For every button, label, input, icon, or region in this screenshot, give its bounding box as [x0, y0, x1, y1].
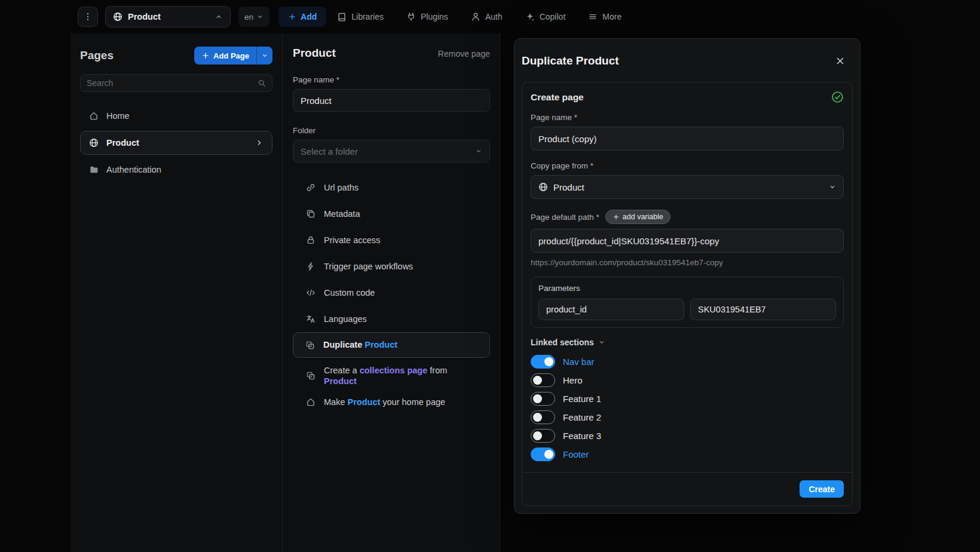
page-item-label: Home	[106, 111, 130, 121]
close-button[interactable]	[831, 52, 849, 70]
page-settings-panel: Product Remove page Page name * Folder S…	[283, 33, 500, 552]
footer-toggle[interactable]	[531, 447, 555, 461]
page-switcher[interactable]: Product	[105, 6, 231, 27]
menu-item-label: Url paths	[324, 182, 359, 193]
menu-item-url-paths[interactable]: Url paths	[293, 174, 490, 201]
menu-item-label: Trigger page workflows	[324, 261, 413, 272]
plus-icon	[288, 13, 296, 21]
home-icon	[89, 111, 99, 121]
nav-bar-toggle[interactable]	[531, 355, 555, 369]
hero-toggle[interactable]	[531, 373, 555, 387]
add-variable-label: add variable	[623, 213, 663, 221]
home-icon	[306, 397, 316, 407]
nav-label: Plugins	[421, 12, 448, 22]
person-icon	[471, 12, 480, 22]
default-path-input[interactable]	[531, 229, 844, 253]
add-page-button[interactable]: Add Page	[194, 47, 256, 65]
menu-item-label: Metadata	[324, 208, 360, 219]
add-variable-button[interactable]: add variable	[605, 210, 670, 224]
globe-icon	[538, 182, 548, 192]
add-button[interactable]: Add	[278, 7, 326, 27]
copy-page-from-label: Copy page from *	[531, 161, 844, 170]
translate-icon	[306, 314, 316, 324]
menu-item-metadata[interactable]: Metadata	[293, 201, 490, 227]
modal-page-name-input[interactable]	[531, 127, 844, 151]
page-item-product[interactable]: Product	[80, 131, 272, 155]
section-row-feature-3: Feature 3	[531, 427, 844, 445]
menu-item-create-collections-page[interactable]: Create a collections page from Product	[293, 363, 490, 389]
duplicate-product-modal: Duplicate Product Create page Page name …	[514, 38, 860, 514]
page-title: Product	[293, 47, 336, 60]
create-button[interactable]: Create	[800, 480, 844, 498]
globe-icon	[89, 138, 99, 148]
sparkle-icon	[525, 12, 535, 22]
linked-sections-label: Linked sections	[531, 338, 594, 347]
nav-item-plugins[interactable]: Plugins	[406, 12, 448, 22]
linked-sections-toggle[interactable]: Linked sections	[531, 338, 605, 347]
page-options-menu: Url paths Metadata Private access Trigge…	[293, 174, 490, 332]
nav-item-libraries[interactable]: Libraries	[337, 12, 384, 22]
menu-item-languages[interactable]: Languages	[293, 306, 490, 332]
menu-icon	[588, 12, 598, 22]
parameter-name-input[interactable]	[538, 299, 684, 320]
nav-item-more[interactable]: More	[588, 12, 621, 22]
page-name-input[interactable]	[293, 89, 490, 112]
main-menu-button[interactable]	[78, 7, 98, 27]
linked-sections-list: Nav bar Hero Feature 1 Feature 2 Feature…	[531, 352, 844, 464]
topbar-nav: Libraries Plugins Auth Copilot More	[337, 12, 621, 22]
menu-item-duplicate-product[interactable]: Duplicate Product	[293, 332, 490, 358]
menu-item-trigger-workflows[interactable]: Trigger page workflows	[293, 253, 490, 280]
chevron-right-icon	[255, 139, 264, 147]
menu-item-custom-code[interactable]: Custom code	[293, 280, 490, 306]
kebab-menu-icon	[83, 12, 93, 22]
menu-item-label: Custom code	[324, 287, 375, 298]
feature-3-toggle[interactable]	[531, 429, 555, 443]
copy-page-from-value: Product	[553, 182, 584, 192]
menu-item-private-access[interactable]: Private access	[293, 227, 490, 253]
topbar: Product en Add Libraries Plugins Auth Co…	[0, 0, 980, 33]
add-page-dropdown-button[interactable]	[256, 47, 272, 65]
section-row-nav-bar: Nav bar	[531, 352, 844, 371]
create-collections-label: Create a collections page from Product	[324, 365, 463, 387]
duplicate-icon	[306, 371, 316, 381]
nav-item-copilot[interactable]: Copilot	[525, 12, 566, 22]
add-page-label: Add Page	[213, 51, 249, 60]
menu-item-make-home-page[interactable]: Make Product your home page	[293, 389, 490, 415]
folder-placeholder: Select a folder	[301, 146, 358, 157]
pages-search	[80, 74, 272, 92]
plug-icon	[406, 12, 416, 22]
page-item-authentication[interactable]: Authentication	[80, 158, 272, 182]
duplicate-icon	[305, 341, 315, 350]
close-icon	[835, 56, 846, 66]
bolt-icon	[306, 262, 316, 271]
page-item-label: Product	[106, 138, 139, 148]
folder-label: Folder	[293, 126, 490, 135]
page-item-home[interactable]: Home	[80, 104, 272, 128]
pages-title: Pages	[80, 49, 114, 62]
path-preview: https://yourdomain.com/product/sku031954…	[531, 258, 844, 267]
section-label: Hero	[563, 375, 583, 385]
section-label: Feature 2	[563, 412, 601, 422]
search-input[interactable]	[87, 78, 253, 88]
folder-icon	[89, 165, 99, 174]
lock-icon	[306, 235, 316, 245]
folder-select[interactable]: Select a folder	[293, 140, 490, 162]
language-selector[interactable]: en	[238, 7, 270, 27]
page-switcher-label: Product	[128, 12, 161, 22]
nav-item-auth[interactable]: Auth	[471, 12, 503, 22]
parameter-value-input[interactable]	[690, 299, 836, 320]
make-home-label: Make Product your home page	[324, 397, 445, 407]
remove-page-button[interactable]: Remove page	[438, 49, 490, 59]
card-title: Create page	[531, 92, 584, 103]
parameters-title: Parameters	[538, 284, 836, 293]
chevron-down-icon	[261, 52, 268, 59]
copy-page-from-select[interactable]: Product	[531, 175, 844, 199]
default-path-label: Page default path *	[531, 213, 599, 222]
feature-1-toggle[interactable]	[531, 392, 555, 406]
nav-label: Libraries	[351, 12, 384, 22]
menu-item-label: Private access	[324, 235, 380, 246]
section-row-footer: Footer	[531, 445, 844, 464]
chevron-down-icon	[829, 183, 836, 191]
feature-2-toggle[interactable]	[531, 410, 555, 424]
nav-label: Copilot	[540, 12, 566, 22]
